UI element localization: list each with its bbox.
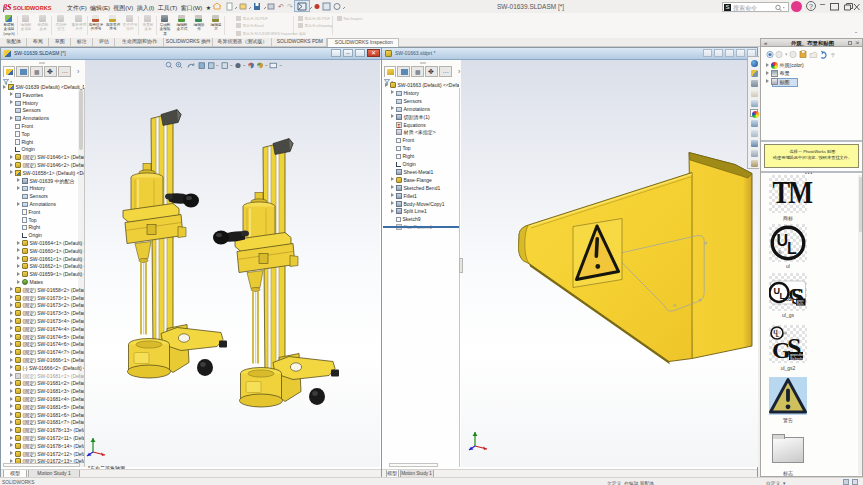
svg-text:Sicherheit: Sicherheit [790,357,806,361]
svg-text:L: L [787,239,797,256]
svg-text:↶: ↶ [278,3,284,10]
svg-text:↷: ↷ [287,3,293,10]
svg-text:SOLIDWORKS: SOLIDWORKS [13,5,52,11]
svg-text:®: ® [778,249,782,255]
svg-text:βS: βS [3,3,12,12]
svg-text:Sich.: Sich. [797,302,805,306]
